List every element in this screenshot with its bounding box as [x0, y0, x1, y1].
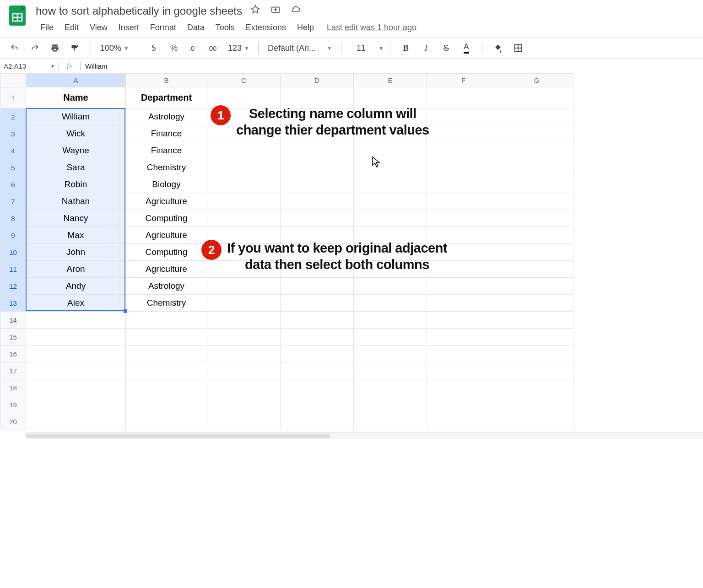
cell-E13[interactable] [354, 295, 427, 312]
cell-F6[interactable] [427, 176, 500, 193]
menu-tools[interactable]: Tools [211, 21, 239, 34]
cell-G6[interactable] [500, 176, 573, 193]
row-header-17[interactable]: 17 [0, 362, 26, 379]
cell-D17[interactable] [281, 362, 354, 379]
cell-F2[interactable] [427, 108, 500, 125]
cell-A18[interactable] [26, 379, 126, 396]
star-icon[interactable] [250, 5, 260, 17]
cell-A12[interactable]: Andy [26, 278, 126, 295]
cell-B12[interactable]: Astrology [126, 278, 207, 295]
menu-format[interactable]: Format [146, 21, 181, 34]
doc-title[interactable]: how to sort alphabetically in google she… [36, 5, 242, 17]
cell-F5[interactable] [427, 159, 500, 176]
cell-A15[interactable] [26, 329, 126, 345]
cell-A9[interactable]: Max [26, 227, 126, 244]
cell-D20[interactable] [281, 413, 354, 430]
cell-F16[interactable] [427, 345, 500, 362]
cell-G16[interactable] [500, 345, 573, 362]
row-header-11[interactable]: 11 [0, 261, 26, 278]
cell-C18[interactable] [207, 379, 281, 396]
cell-B13[interactable]: Chemistry [126, 295, 207, 312]
sheets-logo[interactable] [5, 4, 29, 27]
cell-E18[interactable] [354, 379, 427, 396]
scrollbar-thumb[interactable] [26, 434, 330, 438]
undo-button[interactable] [5, 41, 24, 55]
cell-F3[interactable] [427, 125, 500, 142]
row-header-5[interactable]: 5 [0, 159, 26, 176]
cell-E6[interactable] [354, 176, 427, 193]
cell-D7[interactable] [281, 193, 354, 210]
row-header-6[interactable]: 6 [0, 176, 26, 193]
row-header-18[interactable]: 18 [0, 379, 26, 396]
spreadsheet-grid[interactable]: ABCDEFG1NameDepartment2WilliamAstrology3… [0, 73, 703, 439]
cell-G3[interactable] [500, 125, 573, 142]
cell-A10[interactable]: John [26, 244, 126, 261]
cell-C15[interactable] [207, 329, 281, 345]
menu-view[interactable]: View [85, 21, 112, 34]
cell-D8[interactable] [281, 210, 354, 227]
cell-B5[interactable]: Chemistry [126, 159, 207, 176]
cell-B14[interactable] [126, 312, 207, 329]
row-header-16[interactable]: 16 [0, 345, 26, 362]
cell-D6[interactable] [281, 176, 354, 193]
cell-A8[interactable]: Nancy [26, 210, 126, 227]
name-box[interactable]: A2:A13 ▼ [0, 59, 59, 73]
row-header-9[interactable]: 9 [0, 227, 26, 244]
cell-C20[interactable] [207, 413, 281, 430]
menu-data[interactable]: Data [183, 21, 209, 34]
print-button[interactable] [46, 41, 64, 55]
cell-D16[interactable] [281, 345, 354, 362]
borders-button[interactable] [509, 41, 527, 55]
row-header-4[interactable]: 4 [0, 142, 26, 159]
font-dropdown[interactable]: Default (Ari... ▼ [265, 41, 335, 55]
cell-C8[interactable] [207, 210, 281, 227]
cell-D5[interactable] [281, 159, 354, 176]
cell-G20[interactable] [500, 413, 573, 430]
col-header-A[interactable]: A [26, 74, 126, 87]
cell-E15[interactable] [354, 329, 427, 345]
cell-E8[interactable] [354, 210, 427, 227]
col-header-F[interactable]: F [427, 74, 500, 87]
cell-G12[interactable] [500, 278, 573, 295]
col-header-G[interactable]: G [500, 74, 573, 87]
cell-G8[interactable] [500, 210, 573, 227]
cell-F17[interactable] [427, 362, 500, 379]
cell-E17[interactable] [354, 362, 427, 379]
row-header-7[interactable]: 7 [0, 193, 26, 210]
cell-B16[interactable] [126, 345, 207, 362]
row-header-2[interactable]: 2 [0, 108, 26, 125]
cell-A5[interactable]: Sara [26, 159, 126, 176]
cell-F7[interactable] [427, 193, 500, 210]
cell-A19[interactable] [26, 396, 126, 413]
row-header-1[interactable]: 1 [0, 87, 26, 108]
cell-A17[interactable] [26, 362, 126, 379]
cell-B10[interactable]: Computing [126, 244, 207, 261]
cell-E16[interactable] [354, 345, 427, 362]
cell-F13[interactable] [427, 295, 500, 312]
cell-B18[interactable] [126, 379, 207, 396]
row-header-20[interactable]: 20 [0, 413, 26, 430]
cell-A4[interactable]: Wayne [26, 142, 126, 159]
cell-G5[interactable] [500, 159, 573, 176]
last-edit-link[interactable]: Last edit was 1 hour ago [327, 21, 416, 34]
decrease-decimal-button[interactable]: .0← [185, 41, 203, 55]
cell-F20[interactable] [427, 413, 500, 430]
row-header-13[interactable]: 13 [0, 295, 26, 312]
cell-G17[interactable] [500, 362, 573, 379]
cell-E4[interactable] [354, 142, 427, 159]
cell-G1[interactable] [500, 87, 573, 108]
cell-A14[interactable] [26, 312, 126, 329]
cell-D13[interactable] [281, 295, 354, 312]
italic-button[interactable]: I [417, 41, 435, 55]
row-header-14[interactable]: 14 [0, 312, 26, 329]
cell-B11[interactable]: Agriculture [126, 261, 207, 278]
horizontal-scrollbar[interactable] [26, 432, 703, 439]
cell-E5[interactable] [354, 159, 427, 176]
cell-C7[interactable] [207, 193, 281, 210]
cell-F19[interactable] [427, 396, 500, 413]
cell-G13[interactable] [500, 295, 573, 312]
fill-color-button[interactable] [489, 41, 507, 55]
col-header-E[interactable]: E [354, 74, 427, 87]
cell-B15[interactable] [126, 329, 207, 345]
currency-format-button[interactable]: $ [145, 41, 163, 55]
